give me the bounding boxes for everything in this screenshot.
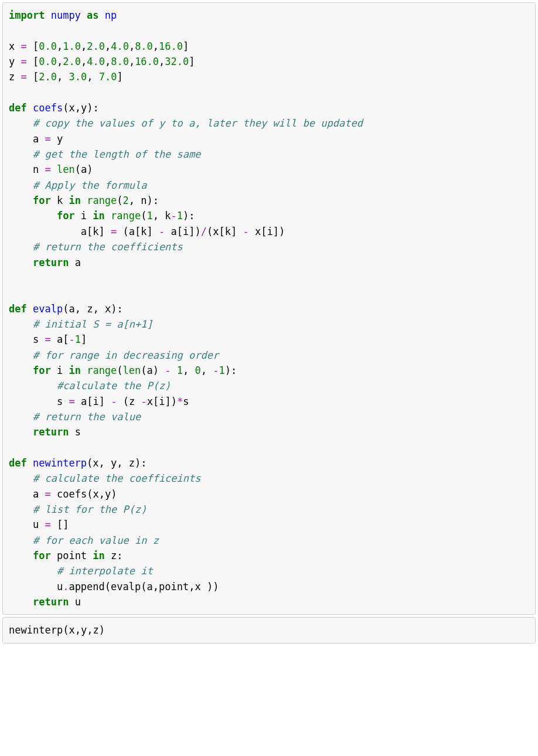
id: a (33, 133, 39, 145)
punct: , (129, 195, 135, 206)
id: y (105, 488, 111, 500)
indent (9, 581, 57, 592)
indent (9, 257, 33, 268)
punct: ] (99, 396, 105, 407)
punct: , (105, 40, 111, 52)
fn-newinterp: newinterp (33, 457, 87, 469)
call-coefs: coefs (57, 488, 87, 500)
sp (249, 226, 255, 237)
id: point (57, 550, 87, 561)
punct: ( (87, 488, 93, 500)
op-eq: = (21, 71, 27, 83)
kw-in: in (69, 365, 80, 376)
indent (9, 365, 33, 376)
num: 0 (195, 365, 201, 376)
id: u (33, 519, 39, 530)
punct: ] (165, 396, 171, 407)
num: 16.0 (135, 56, 159, 67)
punct: : (117, 550, 122, 561)
id: z (87, 303, 93, 315)
punct: [ (57, 519, 63, 530)
indent (9, 179, 33, 191)
kw-in: in (93, 210, 104, 222)
builtin-range: range (111, 210, 141, 222)
punct: [ (33, 56, 39, 67)
punct: [ (33, 40, 39, 52)
sp (63, 71, 69, 83)
id: k (165, 210, 171, 222)
punct: ( (123, 396, 129, 407)
code-cell-1[interactable]: import numpy as np x = [0.0,1.0,2.0,4.0,… (2, 2, 536, 615)
method-append: append (69, 581, 104, 592)
comment: # interpolate it (57, 565, 153, 577)
id: x (147, 396, 153, 407)
fn-evalp: evalp (33, 303, 63, 315)
num: 1 (147, 210, 153, 222)
indent (9, 241, 33, 253)
id: a (147, 581, 153, 592)
comment: # Apply the formula (33, 179, 147, 191)
num: 16.0 (159, 40, 183, 52)
kw-for: for (33, 550, 51, 561)
op-eq: = (45, 133, 50, 145)
punct: , (81, 40, 87, 52)
builtin-len: len (57, 164, 75, 175)
id: i (81, 210, 87, 222)
indent (9, 380, 57, 391)
num: 8.0 (111, 56, 129, 67)
num: 8.0 (135, 40, 153, 52)
id: s (33, 333, 39, 345)
op-minus: - (111, 396, 117, 407)
kw-import: import (9, 9, 45, 21)
punct: ) (171, 396, 177, 407)
indent (9, 133, 33, 145)
op-minus: - (159, 226, 165, 237)
punct: , (93, 303, 98, 315)
builtin-range: range (87, 365, 117, 376)
id: s (75, 426, 81, 438)
num: 3.0 (69, 71, 87, 83)
sp (81, 303, 87, 315)
id: x (213, 226, 219, 237)
id: k (57, 195, 63, 206)
punct: ) (99, 624, 105, 636)
op-div: / (201, 226, 207, 237)
id: point (159, 581, 189, 592)
op-eq: = (69, 396, 74, 407)
kw-return: return (33, 257, 69, 268)
num: 1 (219, 365, 225, 376)
id: z (93, 624, 98, 636)
punct: ] (273, 226, 279, 237)
punct: , (57, 40, 63, 52)
punct: ] (99, 226, 105, 237)
sp (189, 365, 195, 376)
code-cell-2[interactable]: newinterp(x,y,z) (2, 617, 536, 643)
sp (117, 226, 122, 237)
punct: , (75, 624, 81, 636)
id: u (57, 581, 63, 592)
sp (207, 365, 213, 376)
comment: #calculate the P(z) (57, 380, 171, 391)
id: a (81, 396, 87, 407)
id: s (183, 396, 189, 407)
punct: ( (141, 210, 147, 222)
kw-for: for (33, 365, 51, 376)
punct: ): (111, 303, 122, 315)
punct: , (99, 488, 105, 500)
indent (9, 488, 33, 500)
comment: # get the length of the same (33, 148, 201, 160)
id: k (93, 226, 98, 237)
id: x (69, 624, 74, 636)
id: k (141, 226, 147, 237)
num: 4.0 (111, 40, 129, 52)
kw-in: in (69, 195, 80, 206)
punct: , (87, 71, 93, 83)
num: 2.0 (39, 71, 57, 83)
punct: ): (87, 102, 98, 114)
punct: [ (63, 333, 69, 345)
sp (93, 71, 98, 83)
punct: [ (87, 226, 93, 237)
punct: , (201, 365, 207, 376)
op-eq: = (45, 164, 50, 175)
punct: ] (231, 226, 237, 237)
